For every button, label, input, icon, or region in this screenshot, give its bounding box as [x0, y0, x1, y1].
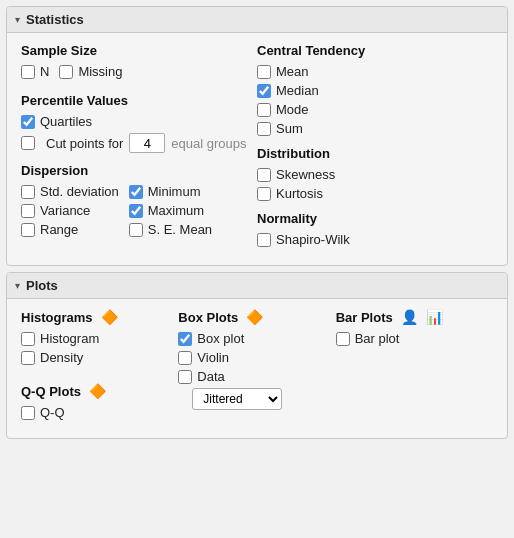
mode-row: Mode [257, 102, 493, 117]
missing-checkbox[interactable] [59, 65, 73, 79]
data-label: Data [197, 369, 224, 384]
qq-plots-emoji: 🔶 [89, 383, 106, 399]
percentile-values-title: Percentile Values [21, 93, 257, 108]
skewness-row: Skewness [257, 167, 493, 182]
normality-title: Normality [257, 211, 493, 226]
violin-row: Violin [178, 350, 335, 365]
variance-row: Variance [21, 203, 119, 218]
box-plots-emoji: 🔶 [246, 309, 263, 325]
statistics-arrow-icon: ▾ [15, 14, 20, 25]
histograms-col: Histograms 🔶 Histogram Density Q-Q Plots… [21, 309, 178, 424]
range-row: Range [21, 222, 119, 237]
dispersion-left: Std. deviation Variance Range [21, 184, 119, 241]
kurtosis-row: Kurtosis [257, 186, 493, 201]
statistics-right-col: Central Tendency Mean Median Mode Sum [257, 43, 493, 251]
box-plots-col: Box Plots 🔶 Box plot Violin Data [178, 309, 335, 424]
median-row: Median [257, 83, 493, 98]
histogram-checkbox[interactable] [21, 332, 35, 346]
histogram-row: Histogram [21, 331, 178, 346]
central-tendency-title: Central Tendency [257, 43, 493, 58]
maximum-label: Maximum [148, 203, 204, 218]
n-checkbox-row: N [21, 64, 49, 79]
cut-points-input[interactable] [129, 133, 165, 153]
missing-label: Missing [78, 64, 122, 79]
qq-label: Q-Q [40, 405, 65, 420]
histogram-label: Histogram [40, 331, 99, 346]
bar-plot-row: Bar plot [336, 331, 493, 346]
sum-row: Sum [257, 121, 493, 136]
skewness-checkbox[interactable] [257, 168, 271, 182]
quartiles-checkbox-row: Quartiles [21, 114, 257, 129]
bar-plots-title: Bar Plots 👤 📊 [336, 309, 493, 325]
statistics-panel: ▾ Statistics Sample Size N Missing [6, 6, 508, 266]
quartiles-checkbox[interactable] [21, 115, 35, 129]
dispersion-title: Dispersion [21, 163, 257, 178]
jittered-select-container: Jittered Stacked Centred [192, 388, 335, 410]
distribution-title: Distribution [257, 146, 493, 161]
cut-points-label: Cut points for [46, 136, 123, 151]
plots-panel-body: Histograms 🔶 Histogram Density Q-Q Plots… [7, 299, 507, 438]
bar-plots-emoji2: 📊 [426, 309, 443, 325]
mean-checkbox[interactable] [257, 65, 271, 79]
cut-points-row: Cut points for equal groups [21, 133, 257, 153]
mode-checkbox[interactable] [257, 103, 271, 117]
statistics-panel-header[interactable]: ▾ Statistics [7, 7, 507, 33]
std-dev-checkbox[interactable] [21, 185, 35, 199]
se-mean-label: S. E. Mean [148, 222, 212, 237]
minimum-checkbox[interactable] [129, 185, 143, 199]
data-checkbox[interactable] [178, 370, 192, 384]
box-plot-checkbox[interactable] [178, 332, 192, 346]
density-checkbox[interactable] [21, 351, 35, 365]
minimum-label: Minimum [148, 184, 201, 199]
sample-size-title: Sample Size [21, 43, 257, 58]
jittered-select[interactable]: Jittered Stacked Centred [192, 388, 282, 410]
histograms-title: Histograms 🔶 [21, 309, 178, 325]
range-checkbox[interactable] [21, 223, 35, 237]
cut-points-checkbox[interactable] [21, 136, 35, 150]
box-plot-row: Box plot [178, 331, 335, 346]
violin-checkbox[interactable] [178, 351, 192, 365]
mode-label: Mode [276, 102, 309, 117]
variance-checkbox[interactable] [21, 204, 35, 218]
qq-checkbox[interactable] [21, 406, 35, 420]
variance-label: Variance [40, 203, 90, 218]
median-checkbox[interactable] [257, 84, 271, 98]
std-dev-row: Std. deviation [21, 184, 119, 199]
statistics-panel-title: Statistics [26, 12, 84, 27]
missing-checkbox-row: Missing [59, 64, 122, 79]
range-label: Range [40, 222, 78, 237]
bar-plot-checkbox[interactable] [336, 332, 350, 346]
shapiro-wilk-checkbox[interactable] [257, 233, 271, 247]
kurtosis-checkbox[interactable] [257, 187, 271, 201]
box-plots-title: Box Plots 🔶 [178, 309, 335, 325]
bar-plot-label: Bar plot [355, 331, 400, 346]
minimum-row: Minimum [129, 184, 212, 199]
sum-checkbox[interactable] [257, 122, 271, 136]
se-mean-checkbox[interactable] [129, 223, 143, 237]
maximum-row: Maximum [129, 203, 212, 218]
shapiro-wilk-row: Shapiro-Wilk [257, 232, 493, 247]
mean-label: Mean [276, 64, 309, 79]
qq-row: Q-Q [21, 405, 178, 420]
density-label: Density [40, 350, 83, 365]
mean-row: Mean [257, 64, 493, 79]
quartiles-label: Quartiles [40, 114, 92, 129]
shapiro-wilk-label: Shapiro-Wilk [276, 232, 350, 247]
std-dev-label: Std. deviation [40, 184, 119, 199]
plots-panel: ▾ Plots Histograms 🔶 Histogram Density [6, 272, 508, 439]
density-row: Density [21, 350, 178, 365]
qq-plots-title: Q-Q Plots 🔶 [21, 383, 178, 399]
dispersion-right: Minimum Maximum S. E. Mean [129, 184, 212, 241]
n-checkbox[interactable] [21, 65, 35, 79]
median-label: Median [276, 83, 319, 98]
sum-label: Sum [276, 121, 303, 136]
equal-groups-label: equal groups [171, 136, 246, 151]
plots-panel-header[interactable]: ▾ Plots [7, 273, 507, 299]
plots-arrow-icon: ▾ [15, 280, 20, 291]
histograms-emoji: 🔶 [101, 309, 118, 325]
se-mean-row: S. E. Mean [129, 222, 212, 237]
skewness-label: Skewness [276, 167, 335, 182]
statistics-columns: Sample Size N Missing Percentile Values [21, 43, 493, 251]
maximum-checkbox[interactable] [129, 204, 143, 218]
n-label: N [40, 64, 49, 79]
